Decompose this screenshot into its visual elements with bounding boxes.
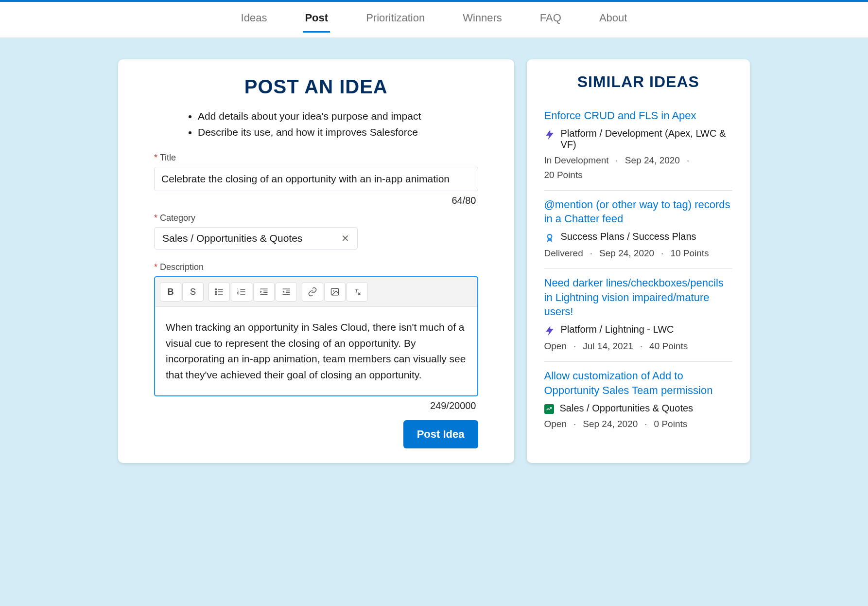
top-nav: Ideas Post Prioritization Winners FAQ Ab…: [0, 2, 868, 38]
bullet-list-button[interactable]: [208, 282, 230, 302]
tip-item: Describe its use, and how it improves Sa…: [198, 125, 478, 141]
title-counter: 64/80: [154, 195, 476, 206]
ribbon-icon: [544, 232, 555, 243]
svg-text:3: 3: [237, 293, 239, 296]
nav-prioritization[interactable]: Prioritization: [364, 9, 427, 33]
post-idea-button[interactable]: Post Idea: [403, 420, 478, 448]
bolt-icon: [544, 325, 555, 336]
bolt-icon: [544, 129, 555, 140]
idea-meta: In Development Sep 24, 2020 20 Points: [544, 155, 733, 180]
nav-ideas[interactable]: Ideas: [239, 9, 269, 33]
similar-idea: Need darker lines/checkboxes/pencils in …: [544, 269, 733, 362]
idea-category: Platform / Development (Apex, LWC & VF): [561, 128, 733, 150]
category-chip[interactable]: Sales / Opportunities & Quotes ✕: [154, 227, 358, 250]
nav-faq[interactable]: FAQ: [538, 9, 563, 33]
idea-link[interactable]: Allow customization of Add to Opportunit…: [544, 369, 733, 397]
link-button[interactable]: [302, 282, 323, 302]
description-editor: B S 123 T When tracking an opportunity i…: [154, 276, 478, 396]
strikethrough-button[interactable]: S: [182, 282, 204, 302]
svg-point-4: [215, 294, 217, 295]
similar-ideas-card: SIMILAR IDEAS Enforce CRUD and FLS in Ap…: [527, 59, 750, 463]
category-chip-label: Sales / Opportunities & Quotes: [162, 232, 302, 244]
idea-link[interactable]: @mention (or other way to tag) records i…: [544, 197, 733, 226]
tip-item: Add details about your idea's purpose an…: [198, 108, 478, 125]
category-label: Category: [154, 213, 478, 223]
numbered-list-button[interactable]: 123: [231, 282, 252, 302]
nav-about[interactable]: About: [597, 9, 629, 33]
svg-point-21: [333, 290, 334, 292]
description-counter: 249/20000: [154, 400, 476, 411]
svg-text:T: T: [354, 287, 359, 295]
svg-point-0: [215, 289, 217, 290]
clear-format-button[interactable]: T: [347, 282, 368, 302]
idea-category: Platform / Lightning - LWC: [561, 324, 674, 335]
post-idea-card: POST AN IDEA Add details about your idea…: [118, 59, 514, 463]
tips-list: Add details about your idea's purpose an…: [154, 108, 478, 140]
editor-toolbar: B S 123 T: [155, 277, 477, 307]
close-icon[interactable]: ✕: [341, 232, 349, 244]
idea-meta: Open Jul 14, 2021 40 Points: [544, 341, 733, 352]
title-label: Title: [154, 153, 478, 163]
svg-point-26: [548, 235, 551, 238]
svg-point-2: [215, 291, 217, 293]
nav-winners[interactable]: Winners: [461, 9, 504, 33]
idea-meta: Delivered Sep 24, 2020 10 Points: [544, 248, 733, 259]
title-input[interactable]: [154, 167, 478, 191]
indent-button[interactable]: [253, 282, 275, 302]
similar-ideas-heading: SIMILAR IDEAS: [544, 73, 733, 91]
image-button[interactable]: [324, 282, 346, 302]
bold-button[interactable]: B: [160, 282, 181, 302]
similar-idea: Enforce CRUD and FLS in Apex Platform / …: [544, 102, 733, 191]
nav-post[interactable]: Post: [303, 9, 330, 33]
page-title: POST AN IDEA: [154, 76, 478, 98]
description-label: Description: [154, 262, 478, 272]
idea-link[interactable]: Enforce CRUD and FLS in Apex: [544, 108, 733, 123]
description-input[interactable]: When tracking an opportunity in Sales Cl…: [155, 307, 477, 395]
chart-icon: [544, 404, 554, 414]
idea-category: Success Plans / Success Plans: [561, 231, 696, 242]
idea-meta: Open Sep 24, 2020 0 Points: [544, 419, 733, 429]
similar-idea: @mention (or other way to tag) records i…: [544, 191, 733, 269]
idea-link[interactable]: Need darker lines/checkboxes/pencils in …: [544, 276, 733, 319]
outdent-button[interactable]: [276, 282, 297, 302]
idea-category: Sales / Opportunities & Quotes: [560, 403, 694, 414]
similar-idea: Allow customization of Add to Opportunit…: [544, 362, 733, 439]
